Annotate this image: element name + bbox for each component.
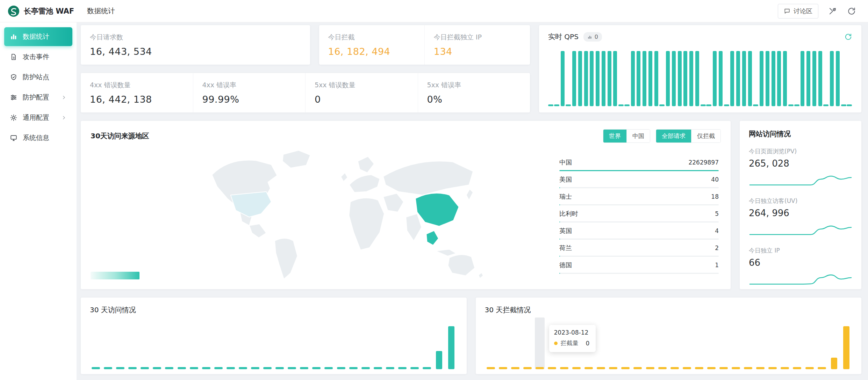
trend-slot — [657, 323, 668, 369]
trend-slot — [718, 323, 730, 369]
trend-slot — [791, 323, 803, 369]
trend-slot — [421, 323, 433, 369]
toggle-blocked-only[interactable]: 仅拦截 — [691, 130, 720, 142]
chevron-right-icon — [61, 115, 67, 120]
sidebar-item-sites[interactable]: 防护站点 — [4, 68, 72, 87]
requests-label: 今日请求数 — [90, 33, 301, 42]
trend-slot — [335, 323, 347, 369]
sidebar-item-label: 通用配置 — [23, 113, 49, 122]
visits-30d-chart[interactable] — [90, 323, 458, 369]
trend-slot — [730, 323, 742, 369]
trend-slot — [522, 323, 533, 369]
sidebar-item-label: 防护配置 — [23, 93, 49, 102]
trend-zero-dash — [92, 367, 100, 369]
country-row[interactable]: 荷兰2 — [559, 244, 719, 257]
qps-zero-dash — [701, 50, 706, 106]
trend-slot — [632, 323, 644, 369]
qps-bar — [741, 50, 747, 106]
trend-slot — [681, 323, 693, 369]
trend-zero-dash — [584, 367, 593, 369]
trend-zero-dash — [793, 367, 801, 369]
header-actions: 讨论区 — [778, 4, 856, 19]
qps-bar — [812, 50, 817, 106]
chart-tooltip: 2023-08-12 拦截量 0 — [549, 325, 596, 352]
region-africa — [349, 198, 384, 250]
err-4xx-count: 4xx 错误数量 16, 442, 138 — [81, 73, 193, 112]
country-row[interactable]: 德国1 — [559, 261, 719, 274]
forum-button[interactable]: 讨论区 — [778, 4, 818, 19]
toggle-all-requests[interactable]: 全部请求 — [656, 130, 691, 142]
trend-zero-dash — [178, 367, 186, 369]
country-bar-fill — [559, 170, 719, 171]
err-5xx-count: 5xx 错误数量 0 — [305, 73, 418, 112]
protect-config-icon — [10, 94, 17, 101]
toggle-china[interactable]: 中国 — [626, 130, 650, 142]
sidebar-item-stats[interactable]: 数据统计 — [4, 27, 72, 46]
blocks-value: 16, 182, 494 — [328, 46, 415, 57]
err-5xx-rate-value: 0% — [427, 94, 521, 105]
trend-zero-dash — [214, 367, 223, 369]
sidebar-item-attacks[interactable]: 攻击事件 — [4, 48, 72, 66]
world-map[interactable] — [91, 144, 559, 280]
metric-sparkline — [749, 219, 852, 238]
tools-icon[interactable] — [828, 7, 837, 16]
trend-zero-dash — [744, 367, 752, 369]
bar-chart-icon — [10, 33, 17, 41]
qps-chart[interactable] — [548, 46, 852, 106]
qps-bar — [718, 50, 723, 106]
toggle-world[interactable]: 世界 — [603, 130, 626, 142]
qps-badge-value: 0 — [595, 34, 598, 40]
map-density-legend — [91, 272, 139, 279]
trend-slot — [310, 323, 322, 369]
qps-bar — [677, 50, 682, 106]
qps-bar — [689, 50, 694, 106]
refresh-icon[interactable] — [847, 7, 856, 16]
country-bar-fill — [559, 256, 560, 257]
sidebar-item-protect-config[interactable]: 防护配置 — [4, 88, 72, 107]
qps-bar — [818, 50, 823, 106]
trend-zero-dash — [487, 367, 495, 369]
app-logo-icon — [8, 5, 20, 17]
trend-slot — [102, 323, 114, 369]
trend-slot — [816, 323, 828, 369]
sidebar-item-general-config[interactable]: 通用配置 — [4, 108, 72, 127]
realtime-qps-card: 实时 QPS 0 — [539, 25, 861, 112]
trend-zero-dash — [768, 367, 777, 369]
brand[interactable]: 长亭雷池 WAF — [8, 5, 77, 17]
metric-label: 今日独立访客(UV) — [749, 197, 852, 205]
trend-slot — [767, 323, 779, 369]
sidebar-item-system-info[interactable]: 系统信息 — [4, 129, 72, 147]
shield-site-icon — [10, 73, 17, 81]
err-5xx-rate: 5xx 错误率 0% — [418, 73, 530, 112]
trend-slot — [742, 323, 754, 369]
trend-slot — [644, 323, 656, 369]
trend-zero-dash — [781, 367, 789, 369]
region-russia — [383, 161, 473, 195]
trend-zero-dash — [756, 367, 765, 369]
sidebar-item-label: 数据统计 — [23, 32, 49, 41]
trend-slot — [445, 323, 457, 369]
qps-bar — [835, 50, 840, 106]
country-row[interactable]: 美国40 — [559, 175, 719, 188]
country-bar-fill — [559, 204, 560, 205]
attack-event-icon — [10, 53, 17, 61]
qps-bar — [642, 50, 647, 106]
trend-slot — [705, 323, 717, 369]
trend-zero-dash — [646, 367, 654, 369]
trend-slot — [114, 323, 126, 369]
region-north-america — [212, 160, 277, 225]
country-row[interactable]: 中国22629897 — [559, 158, 719, 171]
trend-zero-dash — [116, 367, 124, 369]
country-row[interactable]: 英国4 — [559, 227, 719, 240]
blocks-30d-chart[interactable] — [485, 323, 853, 369]
country-bar-fill — [559, 239, 560, 240]
trend-slot — [261, 323, 273, 369]
tooltip-value: 0 — [586, 340, 590, 347]
qps-refresh-icon[interactable] — [844, 33, 852, 41]
qps-bar — [630, 50, 636, 106]
country-row[interactable]: 瑞士18 — [559, 192, 719, 205]
country-ranking-list: 中国22629897美国40瑞士18比利时5英国4荷兰2德国1 — [559, 144, 721, 280]
trend-slot — [286, 323, 298, 369]
country-row[interactable]: 比利时5 — [559, 210, 719, 222]
qps-bar — [607, 50, 612, 106]
